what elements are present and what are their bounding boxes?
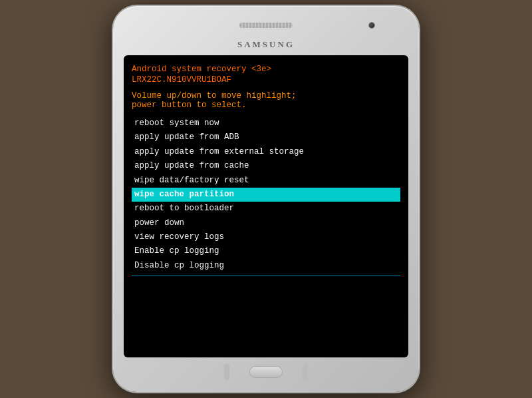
menu-item-5[interactable]: wipe cache partition bbox=[132, 188, 400, 202]
recovery-header-line2: LRX22C.N910VVRU1BOAF bbox=[132, 75, 400, 85]
phone-device: SAMSUNG Android system recovery <3e> LRX… bbox=[113, 6, 419, 392]
menu-item-7[interactable]: power down bbox=[132, 216, 400, 230]
right-side-button bbox=[303, 364, 308, 380]
recovery-header-line1: Android system recovery <3e> bbox=[132, 65, 400, 74]
instruction-text: Volume up/down to move highlight; power … bbox=[132, 91, 400, 110]
left-side-button bbox=[224, 364, 229, 380]
speaker-grille bbox=[239, 23, 293, 28]
phone-screen: Android system recovery <3e> LRX22C.N910… bbox=[124, 55, 408, 357]
menu-item-8[interactable]: view recovery logs bbox=[132, 230, 400, 244]
menu-item-3[interactable]: apply update from cache bbox=[132, 159, 400, 173]
home-button-area bbox=[124, 364, 408, 380]
menu-item-10[interactable]: Disable cp logging bbox=[132, 259, 400, 273]
menu-list: reboot system nowapply update from ADBap… bbox=[132, 116, 400, 273]
menu-item-9[interactable]: Enable cp logging bbox=[132, 244, 400, 258]
menu-item-6[interactable]: reboot to bootloader bbox=[132, 202, 400, 216]
menu-item-2[interactable]: apply update from external storage bbox=[132, 145, 400, 159]
menu-item-1[interactable]: apply update from ADB bbox=[132, 130, 400, 144]
samsung-logo: SAMSUNG bbox=[237, 39, 295, 50]
camera-dot bbox=[368, 22, 375, 29]
phone-top-bar bbox=[124, 18, 408, 33]
menu-item-4[interactable]: wipe data/factory reset bbox=[132, 174, 400, 188]
menu-divider bbox=[132, 276, 400, 276]
home-button[interactable] bbox=[249, 366, 283, 378]
menu-item-0[interactable]: reboot system now bbox=[132, 116, 400, 130]
